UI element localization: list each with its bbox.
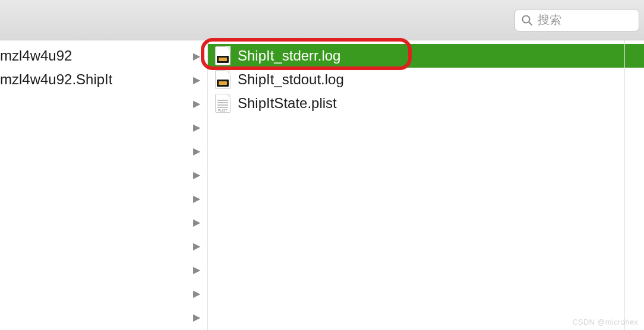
watermark: CSDN @microhex (572, 318, 638, 326)
chevron-right-icon: ▶ (193, 193, 200, 204)
log-file-icon (215, 46, 231, 65)
folder-item-empty[interactable]: ▶ (0, 281, 207, 305)
file-item[interactable]: ShipIt_stderr.log (208, 44, 644, 68)
file-list: ShipIt_stderr.logShipIt_stdout.logPLISTS… (208, 44, 644, 115)
column-left: mzl4w4u92 ▶ mzl4w4u92.ShipIt ▶ ▶▶▶▶▶▶▶▶▶… (0, 40, 208, 330)
folder-label: mzl4w4u92 (0, 47, 72, 64)
svg-line-1 (529, 22, 532, 25)
folder-item-empty[interactable]: ▶ (0, 234, 207, 258)
file-name: ShipIt_stderr.log (238, 47, 340, 64)
file-name: ShipIt_stdout.log (238, 71, 344, 88)
file-item[interactable]: ShipIt_stdout.log (208, 68, 644, 91)
search-field[interactable] (514, 9, 639, 31)
folder-item[interactable]: mzl4w4u92.ShipIt ▶ (0, 68, 207, 91)
chevron-right-icon: ▶ (193, 288, 200, 299)
finder-columns: mzl4w4u92 ▶ mzl4w4u92.ShipIt ▶ ▶▶▶▶▶▶▶▶▶… (0, 40, 644, 330)
chevron-right-icon: ▶ (193, 145, 200, 157)
column-divider (624, 40, 625, 330)
chevron-right-icon: ▶ (193, 122, 200, 133)
folder-item-empty[interactable]: ▶ (0, 258, 207, 281)
folder-item[interactable]: mzl4w4u92 ▶ (0, 44, 207, 68)
chevron-right-icon: ▶ (193, 264, 200, 275)
search-icon (521, 14, 533, 26)
folder-item-empty[interactable]: ▶ (0, 91, 207, 115)
empty-rows: ▶▶▶▶▶▶▶▶▶▶ (0, 91, 207, 329)
folder-item-empty[interactable]: ▶ (0, 139, 207, 163)
folder-item-empty[interactable]: ▶ (0, 186, 207, 210)
folder-item-empty[interactable]: ▶ (0, 115, 207, 139)
folder-item-empty[interactable]: ▶ (0, 210, 207, 234)
chevron-right-icon: ▶ (193, 240, 200, 252)
log-file-icon (215, 70, 231, 89)
column-right: ShipIt_stderr.logShipIt_stdout.logPLISTS… (208, 40, 644, 330)
chevron-right-icon: ▶ (193, 74, 200, 85)
folder-label: mzl4w4u92.ShipIt (0, 71, 112, 88)
plist-file-icon: PLIST (215, 94, 231, 113)
chevron-right-icon: ▶ (193, 312, 200, 323)
folder-item-empty[interactable]: ▶ (0, 163, 207, 186)
chevron-right-icon: ▶ (193, 169, 200, 180)
chevron-right-icon: ▶ (193, 217, 200, 228)
toolbar (0, 0, 644, 40)
chevron-right-icon: ▶ (193, 50, 200, 62)
file-item[interactable]: PLISTShipItState.plist (208, 91, 644, 115)
file-name: ShipItState.plist (238, 95, 337, 112)
chevron-right-icon: ▶ (193, 98, 200, 109)
folder-item-empty[interactable]: ▶ (0, 305, 207, 329)
search-input[interactable] (538, 13, 633, 27)
